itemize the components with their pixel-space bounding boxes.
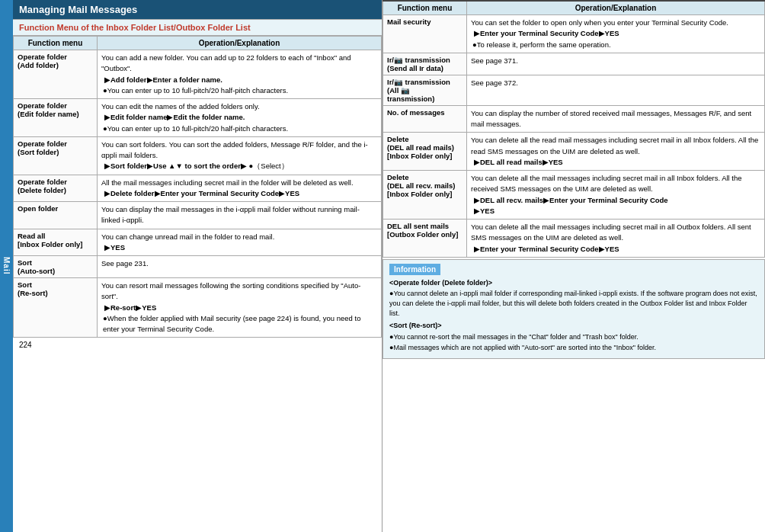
table-row: Mail security You can set the folder to …: [383, 15, 765, 53]
info-bullet-1: ●You cannot delete an i-αppli mail folde…: [389, 289, 758, 318]
right-col-header-operation: Operation/Explanation: [467, 1, 765, 15]
operation-cell: See page 231.: [98, 256, 382, 278]
left-col-header-operation: Operation/Explanation: [98, 37, 382, 50]
table-row: No. of messages You can display the numb…: [383, 105, 765, 133]
function-cell: Operate folder(Add folder): [14, 50, 98, 99]
table-row: Read all[Inbox Folder only] You can chan…: [14, 229, 382, 256]
function-cell: DEL all sent mails[Outbox Folder only]: [383, 220, 467, 258]
table-row: Ir/📷 transmission(All 📷transmission) See…: [383, 75, 765, 105]
function-cell: Operate folder(Edit folder name): [14, 99, 98, 137]
operation-cell: You can display the mail messages in the…: [98, 202, 382, 229]
operation-cell: You can delete all the read mail message…: [467, 133, 765, 171]
operation-cell: You can edit the names of the added fold…: [98, 99, 382, 137]
left-col-header-function: Function menu: [14, 37, 98, 50]
function-cell: Ir/📷 transmission(All 📷transmission): [383, 75, 467, 105]
function-cell: Open folder: [14, 202, 98, 229]
table-row: Operate folder(Add folder) You can add a…: [14, 50, 382, 99]
operation-cell: You can add a new folder. You can add up…: [98, 50, 382, 99]
table-row: Ir/📷 transmission(Send all Ir data) See …: [383, 53, 765, 75]
function-cell: Ir/📷 transmission(Send all Ir data): [383, 53, 467, 75]
table-row: Delete(DEL all recv. mails)[Inbox Folder…: [383, 171, 765, 220]
info-section-header-1: <Operate folder (Delete folder)>: [389, 278, 758, 288]
table-row: Operate folder(Sort folder) You can sort…: [14, 136, 382, 175]
page-title: Managing Mail Messages: [13, 0, 382, 19]
table-row: Sort(Auto-sort) See page 231.: [14, 256, 382, 278]
function-cell: Delete(DEL all read mails)[Inbox Folder …: [383, 133, 467, 171]
operation-cell: See page 371.: [467, 53, 765, 75]
table-row: Open folder You can display the mail mes…: [14, 202, 382, 229]
operation-cell: You can change unread mail in the folder…: [98, 229, 382, 256]
info-section-header-2: <Sort (Re-sort)>: [389, 321, 758, 331]
info-bullet-2: ●You cannot re-sort the mail messages in…: [389, 332, 758, 342]
right-table: Function menu Operation/Explanation Mail…: [382, 0, 765, 258]
operation-cell: You can set the folder to open only when…: [467, 15, 765, 53]
function-cell: Operate folder(Delete folder): [14, 175, 98, 202]
right-panel: Function menu Operation/Explanation Mail…: [382, 0, 765, 532]
function-cell: No. of messages: [383, 105, 467, 133]
page-number: 224: [13, 338, 382, 352]
table-row: Delete(DEL all read mails)[Inbox Folder …: [383, 133, 765, 171]
table-row: Sort(Re-sort) You can resort mail messag…: [14, 278, 382, 338]
right-col-header-function: Function menu: [383, 1, 467, 15]
operation-cell: All the mail messages including secret m…: [98, 175, 382, 202]
operation-cell: You can sort folders. You can sort the a…: [98, 136, 382, 175]
mail-tab: Mail: [0, 0, 13, 532]
function-cell: Sort(Re-sort): [14, 278, 98, 338]
info-box: Information <Operate folder (Delete fold…: [382, 259, 765, 359]
table-row: Operate folder(Delete folder) All the ma…: [14, 175, 382, 202]
function-cell: Operate folder(Sort folder): [14, 136, 98, 175]
operation-cell: You can display the number of stored rec…: [467, 105, 765, 133]
operation-cell: You can delete all the mail messages inc…: [467, 220, 765, 258]
left-main-content: Managing Mail Messages Function Menu of …: [13, 0, 382, 532]
operation-cell: See page 372.: [467, 75, 765, 105]
info-bullet-3: ●Mail messages which are not applied wit…: [389, 343, 758, 353]
left-panel: Mail Managing Mail Messages Function Men…: [0, 0, 382, 532]
function-cell: Sort(Auto-sort): [14, 256, 98, 278]
operation-cell: You can delete all the mail messages inc…: [467, 171, 765, 220]
left-table: Function menu Operation/Explanation Oper…: [13, 36, 382, 338]
function-cell: Mail security: [383, 15, 467, 53]
section-title: Function Menu of the Inbox Folder List/O…: [13, 19, 382, 36]
table-row: Operate folder(Edit folder name) You can…: [14, 99, 382, 137]
table-row: DEL all sent mails[Outbox Folder only] Y…: [383, 220, 765, 258]
function-cell: Delete(DEL all recv. mails)[Inbox Folder…: [383, 171, 467, 220]
info-title: Information: [389, 264, 440, 275]
function-cell: Read all[Inbox Folder only]: [14, 229, 98, 256]
operation-cell: You can resort mail messages following t…: [98, 278, 382, 338]
